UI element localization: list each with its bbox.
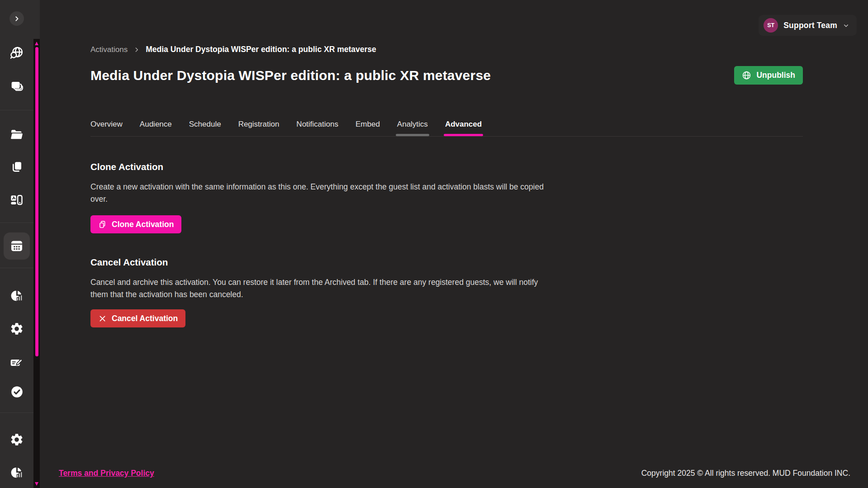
gear-icon <box>9 432 24 447</box>
pie-stats-icon <box>9 289 24 303</box>
copy-icon <box>98 220 107 229</box>
calendar-icon <box>9 238 24 254</box>
check-circle-icon <box>10 385 24 399</box>
sidebar-expand-button[interactable] <box>9 11 24 26</box>
cancel-button-label: Cancel Activation <box>112 314 178 323</box>
tab-advanced[interactable]: Advanced <box>445 120 482 136</box>
pie-stats-icon <box>9 465 24 480</box>
sidebar-item-media-displays[interactable] <box>0 193 33 208</box>
scrollbar-up-arrow-icon[interactable] <box>35 42 38 45</box>
sidebar-item-files[interactable] <box>0 128 33 142</box>
tab-analytics[interactable]: Analytics <box>397 120 428 136</box>
tab-registration[interactable]: Registration <box>238 120 280 136</box>
sidebar-item-settings[interactable] <box>0 322 33 336</box>
sidebar-item-approvals[interactable] <box>0 385 33 399</box>
globe-search-icon <box>9 46 24 60</box>
sidebar-divider <box>0 110 33 110</box>
media-kiosk-icon <box>9 193 24 208</box>
cancel-section-heading: Cancel Activation <box>90 257 803 268</box>
sidebar-item-activations-active[interactable] <box>4 232 30 260</box>
footer: Terms and Privacy Policy Copyright 2025 … <box>59 469 850 478</box>
tab-bar: Overview Audience Schedule Registration … <box>90 120 803 137</box>
chevron-right-icon <box>133 47 140 53</box>
sidebar-item-discover[interactable] <box>0 46 33 60</box>
copy-pages-icon <box>9 160 24 174</box>
sidebar-item-badges[interactable] <box>0 355 33 370</box>
cards-stack-icon <box>9 79 24 94</box>
breadcrumb: Activations Media Under Dystopia WISPer … <box>90 45 803 54</box>
sidebar-item-reports[interactable] <box>0 465 33 480</box>
sidebar-item-analytics[interactable] <box>0 289 33 303</box>
tab-schedule[interactable]: Schedule <box>189 120 221 136</box>
folder-open-icon <box>9 128 24 142</box>
breadcrumb-current: Media Under Dystopia WISPer edition: a p… <box>146 45 376 54</box>
sidebar-item-templates[interactable] <box>0 160 33 174</box>
unpublish-button[interactable]: Unpublish <box>734 66 803 85</box>
main-content: Activations Media Under Dystopia WISPer … <box>90 0 803 327</box>
cancel-section-description: Cancel and archive this activation. You … <box>90 276 550 301</box>
copyright-text: Copyright 2025 © All rights reserved. MU… <box>641 469 850 478</box>
unpublish-label: Unpublish <box>756 71 795 80</box>
sidebar-item-collections[interactable] <box>0 79 33 94</box>
sidebar-item-admin-settings[interactable] <box>0 432 33 447</box>
breadcrumb-activations-link[interactable]: Activations <box>90 45 128 54</box>
x-icon <box>98 314 107 323</box>
sidebar-divider <box>0 268 33 268</box>
clone-button-label: Clone Activation <box>112 220 174 229</box>
sidebar-divider <box>0 223 33 223</box>
page-title: Media Under Dystopia WISPer edition: a p… <box>90 67 491 83</box>
tab-overview[interactable]: Overview <box>90 120 123 136</box>
globe-icon <box>742 71 751 80</box>
chevron-down-icon <box>843 22 849 29</box>
card-edit-icon <box>9 355 24 370</box>
tab-audience[interactable]: Audience <box>140 120 172 136</box>
tab-embed[interactable]: Embed <box>356 120 380 136</box>
content-scrollbar-thumb[interactable] <box>35 47 38 356</box>
terms-privacy-link[interactable]: Terms and Privacy Policy <box>59 469 154 478</box>
scrollbar-down-arrow-icon[interactable] <box>35 482 38 486</box>
tab-notifications[interactable]: Notifications <box>296 120 338 136</box>
sidebar-divider <box>0 412 33 413</box>
clone-section-heading: Clone Activation <box>90 161 803 172</box>
gear-icon <box>9 322 24 336</box>
cancel-activation-button[interactable]: Cancel Activation <box>90 309 185 327</box>
clone-activation-button[interactable]: Clone Activation <box>90 215 181 233</box>
chevron-right-icon <box>12 14 21 23</box>
clone-section-description: Create a new activation with the same in… <box>90 181 550 205</box>
